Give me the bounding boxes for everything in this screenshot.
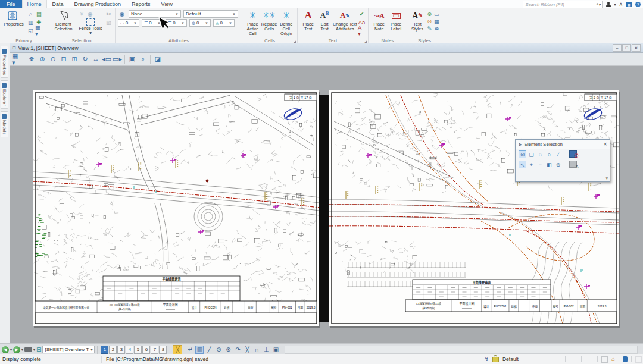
snap-hatch-icon[interactable]: ▥ — [195, 346, 204, 354]
tab-home[interactable]: Home — [22, 0, 47, 8]
place-text-button[interactable]: APlace Text — [300, 10, 316, 32]
snap-nearest-icon[interactable]: ╱ — [205, 346, 213, 354]
snap-elbow-icon[interactable]: ↵ — [186, 346, 194, 354]
method-new-icon[interactable]: ↖ — [519, 161, 526, 168]
view-next-icon[interactable]: ▭▸ — [113, 55, 122, 64]
cells-dialog-launcher[interactable]: ◢ — [293, 39, 296, 43]
select-individual-icon[interactable]: ⊚ — [519, 150, 526, 158]
magnifier-icon[interactable]: ⌕ — [27, 10, 35, 18]
paste-icon[interactable]: ▧ — [105, 18, 113, 26]
ribbon-search-input[interactable]: Search Ribbon (F4) ⌕ ▾ — [523, 1, 603, 8]
new-selection-icon[interactable]: ∅ — [569, 150, 578, 158]
tab-data[interactable]: Data — [47, 0, 69, 8]
view-maximize-button[interactable]: □ — [622, 44, 631, 52]
fence-tools-button[interactable]: Fence Tools ▾ — [78, 18, 103, 36]
replace-cells-button[interactable]: ✳✳Replace Cells — [261, 10, 277, 32]
attribute-mini-combo-2[interactable]: ☰0▼ — [166, 19, 187, 27]
select-circle-icon[interactable]: ○ — [545, 150, 553, 158]
user-caret-icon[interactable]: ▾ — [614, 2, 616, 7]
snap-perp-icon[interactable]: ⊥ — [262, 346, 270, 354]
window-icon[interactable]: ◱ — [27, 27, 35, 34]
accudraw-toggle-button[interactable]: ╳ — [173, 345, 182, 354]
collapse-ribbon-icon[interactable]: ∧ — [619, 2, 623, 7]
view-toggle-7[interactable]: 7 — [151, 346, 158, 354]
snap-tangent-icon[interactable]: ∩ — [252, 346, 261, 354]
snap-intersect-icon[interactable]: ╳ — [243, 346, 251, 354]
tab-reports[interactable]: Reports — [126, 0, 156, 8]
place-label-button[interactable]: Place Label — [388, 10, 405, 32]
active-level-combo[interactable]: Default ▼ — [183, 10, 238, 18]
tab-file[interactable]: File — [0, 0, 22, 8]
active-attributes-combo[interactable]: None ▼ — [129, 10, 181, 18]
view-attributes-icon[interactable]: ▦ ▾ — [12, 55, 21, 64]
sheet-2[interactable]: 第 2 页 共 17 页平曲线要素表XX国家高速公路XX段(第X合同段)平面设计… — [329, 90, 619, 326]
snap-origin-icon[interactable]: ▣ — [271, 346, 280, 354]
chevron-down-icon[interactable]: ▾ — [21, 347, 23, 352]
view-search-icon[interactable]: ⌕ — [138, 55, 148, 64]
view-previous-button[interactable]: ◀ — [2, 346, 9, 353]
copy-view-icon[interactable]: ▣ — [127, 55, 137, 64]
star-icon[interactable]: ✳ — [78, 10, 86, 18]
attribute-mini-combo-1[interactable]: ☱0▼ — [142, 19, 163, 27]
lock-icon[interactable] — [492, 357, 499, 362]
view-toggle-1[interactable]: 1 — [101, 346, 108, 354]
sheets-icon[interactable]: ▤ — [35, 10, 43, 18]
chevron-down-icon[interactable]: ▾ — [33, 347, 35, 352]
properties-button[interactable]: Properties — [2, 10, 25, 27]
view-next-button[interactable]: ▶ — [13, 346, 20, 353]
active-snap-icon[interactable]: ↯ — [484, 356, 489, 362]
drop-text-icon[interactable]: A ▾ — [358, 27, 366, 34]
view-toggle-4[interactable]: 4 — [126, 346, 133, 354]
user-icon[interactable] — [605, 2, 611, 7]
element-selection-dialog[interactable]: ➤ Element Selection — ✕ ⊚▢◌○∕ ∅ ↖+−◧⊛ ↖ … — [515, 139, 610, 182]
text-dialog-launcher[interactable]: ◢ — [364, 39, 367, 43]
select-block-icon[interactable]: ▢ — [527, 150, 535, 158]
dialog-expand-icon[interactable]: ▾ — [605, 176, 608, 181]
snap-gear-icon[interactable]: ⊛ — [224, 346, 232, 354]
view-title-bar[interactable]: ⊟ View 1, [SHEET] Overview –□✕ — [10, 43, 643, 53]
design-history-icon[interactable] — [623, 356, 628, 362]
view-minimize-button[interactable]: – — [613, 44, 622, 52]
snap-center-icon[interactable]: ⊙ — [214, 346, 223, 354]
home-icon[interactable]: ⌂ — [611, 356, 615, 362]
select-shape-icon[interactable]: ◌ — [536, 150, 544, 158]
place-active-cell-button[interactable]: ✳Place Active Cell — [245, 10, 261, 36]
style-wave-icon[interactable]: ≋ — [433, 24, 441, 32]
view-toggle-5[interactable]: 5 — [134, 346, 142, 354]
spellcheck-icon[interactable]: ✔ — [358, 10, 366, 18]
help-icon[interactable]: ? — [635, 2, 641, 7]
zoom-out-icon[interactable]: ⊖ — [48, 55, 58, 64]
search-caret-icon[interactable]: ▾ — [598, 2, 600, 7]
tab-view[interactable]: View — [156, 0, 178, 8]
view-toggle-3[interactable]: 3 — [117, 346, 125, 354]
dock-tab-properties[interactable]: Properties — [1, 46, 8, 78]
close-icon[interactable]: ✕ — [603, 142, 607, 147]
define-cell-origin-button[interactable]: ✳Define Cell Origin — [277, 10, 295, 36]
scissors-icon[interactable]: ✂ — [105, 10, 113, 18]
element-selection-button[interactable]: Element Selection — [51, 10, 76, 32]
snap-curve-icon[interactable]: ↷ — [233, 346, 242, 354]
view-toggle-2[interactable]: 2 — [109, 346, 117, 354]
attribute-mini-combo-4[interactable]: ◬0▼ — [213, 19, 235, 27]
zoom-in-icon[interactable]: ⊕ — [38, 55, 47, 64]
edit-text-button[interactable]: ABEdit Text — [317, 10, 332, 32]
tab-drawing-production[interactable]: Drawing Production — [69, 0, 127, 8]
fit-view-icon[interactable]: ⊞ — [70, 55, 79, 64]
view-toggle-8[interactable]: 8 — [159, 346, 167, 354]
method-add-icon[interactable]: + — [527, 161, 535, 168]
view-close-button[interactable]: ✕ — [632, 44, 641, 52]
grid-icon[interactable]: ▦ ▾ — [35, 27, 43, 34]
method-subtract-icon[interactable]: − — [536, 161, 544, 168]
attribute-mini-combo-3[interactable]: ◍0▼ — [189, 19, 211, 27]
sheet-1[interactable]: 第 1 页 共 17 页平曲线要素表中交第一公路勘察设计研究院有限公司XX~XX… — [33, 90, 319, 326]
text-styles-button[interactable]: A✎ Text Styles — [410, 10, 425, 32]
view-group-combo[interactable]: [SHEET] Overview Ti ▾ — [42, 346, 95, 353]
view-previous-icon[interactable]: ◂▭ — [102, 55, 111, 64]
connect-advisor-icon[interactable]: ▦ — [626, 2, 632, 7]
target-icon[interactable]: ◉ — [86, 10, 94, 18]
clipboard-icon[interactable]: ▥ — [27, 18, 35, 26]
dock-tab-models[interactable]: Models — [1, 111, 8, 137]
rotate-view-icon[interactable]: ↻ — [80, 55, 90, 64]
method-invert-icon[interactable]: ◧ — [545, 161, 553, 168]
chevron-down-icon[interactable]: ▾ — [10, 347, 12, 352]
